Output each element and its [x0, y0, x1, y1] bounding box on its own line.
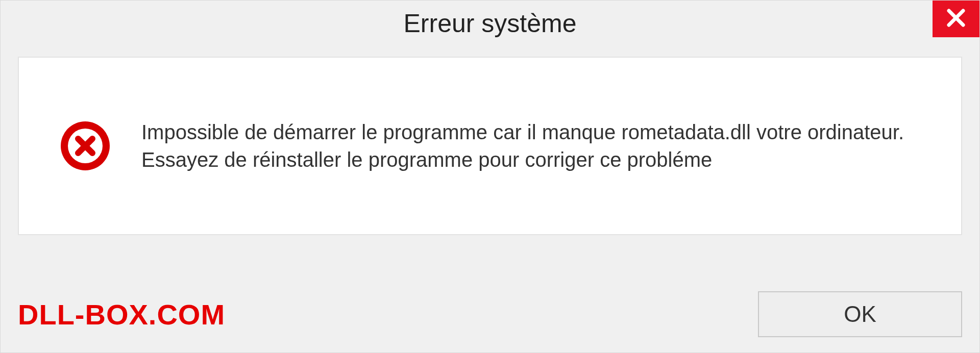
ok-button-label: OK [844, 301, 876, 327]
error-message: Impossible de démarrer le programme car … [141, 118, 930, 173]
error-icon [60, 120, 111, 171]
close-icon [946, 8, 966, 30]
dialog-footer: DLL-BOX.COM OK [18, 291, 962, 337]
titlebar: Erreur système [1, 1, 979, 46]
error-dialog: Erreur système Impossible de démarrer le… [0, 0, 980, 353]
ok-button[interactable]: OK [758, 291, 962, 337]
dialog-title: Erreur système [404, 9, 577, 38]
content-panel: Impossible de démarrer le programme car … [18, 57, 962, 235]
close-button[interactable] [933, 1, 979, 37]
brand-label: DLL-BOX.COM [18, 298, 225, 331]
